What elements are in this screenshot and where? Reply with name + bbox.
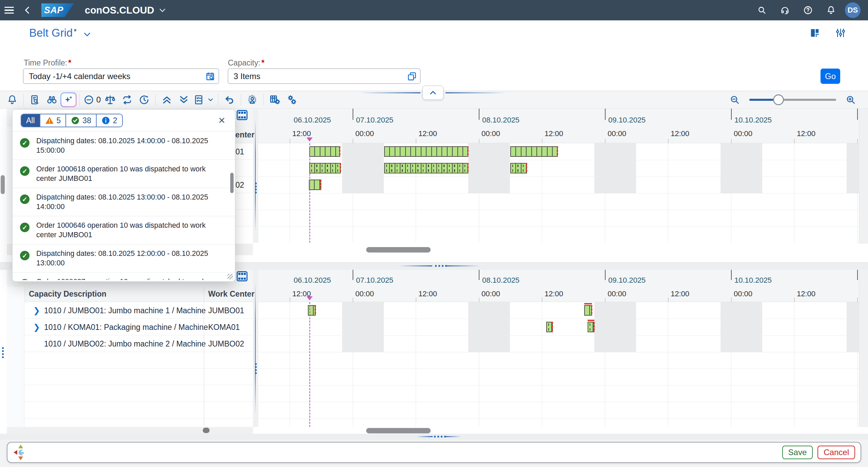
vertical-scrollbar[interactable] [859,109,868,244]
message-item[interactable]: ✓Order 1000627 operation 10 was dispatch… [13,273,235,280]
message-item[interactable]: ✓Order 1000646 operation 10 was dispatch… [13,216,235,244]
slider-thumb[interactable] [773,94,784,105]
value-help-icon[interactable] [407,72,417,81]
message-item[interactable]: ✓Dispatching dates: 08.10.2025 14:00:00 … [13,132,235,160]
collapse-panel-button[interactable] [422,86,443,100]
support-button[interactable] [776,0,794,20]
chart-scrollbar-thumb[interactable] [366,428,431,433]
message-item[interactable]: ✓Order 1000618 operation 10 was dispatch… [13,160,235,188]
legend-button[interactable] [237,271,248,281]
menu-button[interactable] [0,0,18,20]
reschedule-button[interactable] [120,92,135,107]
bottom-splitter[interactable] [0,434,868,440]
table-row[interactable]: ❯1010 / JUMBO01: Jumbo machine 1 / Machi… [7,302,253,319]
table-row-empty[interactable] [7,369,253,385]
table-row-empty[interactable] [7,418,253,427]
table-row-empty[interactable] [7,402,253,418]
table-row[interactable]: ❯1010 / KOMA01: Packaging machine / Mach… [7,319,253,335]
zoom-in-button[interactable] [843,92,858,107]
alerts-button[interactable] [5,92,20,107]
gantt-bar[interactable] [546,322,553,332]
ai-assistant-button[interactable] [60,92,77,107]
gantt-bar[interactable] [309,180,321,190]
collapse-all-button[interactable] [159,92,174,107]
row-splitter-grip-icon[interactable] [2,347,4,358]
gantt-bar[interactable] [510,163,527,173]
capacity-input[interactable] [233,71,407,81]
gantt-bar[interactable] [309,163,341,173]
gantt-bar[interactable] [384,146,468,157]
chart-scrollbar-thumb[interactable] [366,247,431,253]
left-scrollbar-thumb[interactable] [1,175,5,194]
table-chart-splitter[interactable] [253,109,258,243]
violations-button[interactable]: 0 [83,92,101,107]
date-label: 10.10.2025 [734,276,772,285]
close-button[interactable]: ✕ [216,115,228,126]
timeline-zoom-slider[interactable] [749,99,836,101]
gantt-bar[interactable] [384,163,468,173]
layout-button[interactable] [810,28,820,38]
schedule-history-button[interactable] [137,92,152,107]
chevron-down-icon[interactable] [158,6,166,14]
help-button[interactable] [799,0,817,20]
time-profile-input[interactable] [28,71,205,81]
tab-information[interactable]: 2 [96,114,122,127]
user-settings-button[interactable] [245,92,260,107]
page-title[interactable]: Belt Grid* [29,26,92,39]
view-settings-button[interactable] [835,28,846,38]
save-button[interactable]: Save [782,446,813,459]
toolbar-separator [79,94,80,106]
tab-warnings[interactable]: 5 [40,114,66,127]
cancel-button[interactable]: Cancel [817,446,855,459]
back-button[interactable] [18,0,37,20]
resize-grip-icon[interactable] [228,274,233,279]
tab-all[interactable]: All [21,114,40,127]
splitter-grip-icon[interactable] [255,183,257,193]
splitter-grip-icon[interactable] [434,436,446,437]
night-shift-band [594,302,636,352]
expand-all-button[interactable] [176,92,191,107]
balance-button[interactable] [103,92,118,107]
table-row-empty[interactable] [7,385,253,402]
search-button[interactable] [753,0,771,20]
find-button[interactable] [44,92,59,107]
message-item[interactable]: ✓Dispatching dates: 08.10.2025 12:00:00 … [13,244,235,273]
tab-success[interactable]: 38 [65,114,96,127]
gantt-bar[interactable] [588,322,594,332]
notifications-button[interactable] [822,0,840,20]
go-button[interactable]: Go [821,69,840,84]
gantt-bar[interactable] [510,146,558,157]
gantt-bar[interactable] [309,146,340,157]
gantt-bar[interactable] [584,305,592,316]
splitter-grip-icon[interactable] [435,265,447,267]
chevron-down-icon[interactable] [83,30,92,39]
grid-line [416,143,416,243]
undo-icon [224,94,235,106]
table-row-empty[interactable] [7,352,253,369]
vertical-scrollbar[interactable] [859,270,868,427]
zoom-out-button[interactable] [727,92,742,107]
success-icon: ✓ [20,251,29,260]
order-search-button[interactable] [27,92,42,107]
grid-line [605,143,605,243]
legend-button[interactable] [237,110,248,120]
table-settings-button[interactable] [268,92,282,107]
splitter-grip-icon[interactable] [255,363,257,374]
checklist-button[interactable] [193,92,214,107]
sap-logo[interactable]: SAP [41,3,74,17]
avatar[interactable]: DS [845,2,861,18]
expand-chevron-icon[interactable]: ❯ [33,306,40,315]
table-row[interactable]: 1010 / JUMBO02: Jumbo machine 2 / Machin… [7,335,253,352]
time-label: 00:00 [481,129,500,138]
popup-scrollbar-thumb[interactable] [230,173,234,193]
product-title[interactable]: conOS.CLOUD [85,5,154,16]
time-tick [353,139,353,143]
undo-button[interactable] [222,92,237,107]
grid-line [857,302,857,427]
calendar-search-icon[interactable] [205,71,215,81]
dropdown-caret-icon[interactable] [207,96,214,104]
settings-button[interactable] [284,92,299,107]
table-scrollbar-thumb[interactable] [203,428,210,433]
expand-chevron-icon[interactable]: ❯ [33,322,40,332]
message-item[interactable]: ✓Dispatching dates: 08.10.2025 13:00:00 … [13,188,235,216]
